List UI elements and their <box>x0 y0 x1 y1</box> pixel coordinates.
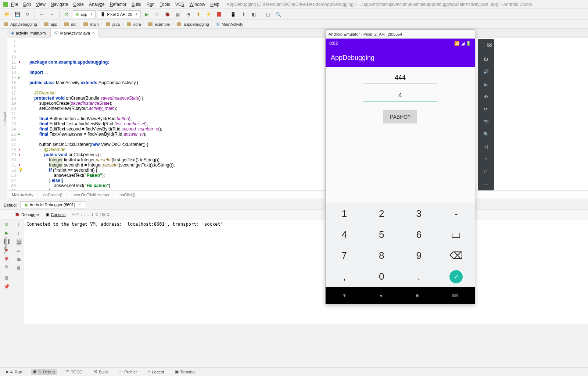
back-icon[interactable]: ← <box>38 10 46 18</box>
sdk-icon[interactable]: ⬇ <box>240 10 248 18</box>
camera-icon[interactable]: 📷 <box>483 119 489 124</box>
menu-navigate[interactable]: Navigate <box>51 2 68 7</box>
tool-build[interactable]: ⚒Build <box>92 369 110 375</box>
forward-icon[interactable]: → <box>48 10 56 18</box>
nav-back-icon[interactable]: ▼ <box>342 293 347 298</box>
tool-project[interactable]: 1: Project <box>3 112 7 126</box>
close-icon[interactable]: ✕ <box>92 31 95 35</box>
crumb[interactable]: src <box>71 22 76 26</box>
up-icon[interactable]: ↑ <box>17 222 20 227</box>
menu-file[interactable]: File <box>11 2 18 7</box>
nav-keyboard-icon[interactable]: ⌨ <box>452 293 458 298</box>
apply-code-icon[interactable]: ⚡ <box>205 10 213 18</box>
mute-breakpoints-icon[interactable]: ⊘ <box>4 264 8 269</box>
volume-down-icon[interactable]: 🔈 <box>483 82 489 87</box>
crumb[interactable]: AppDebugging <box>10 22 37 26</box>
key-minus[interactable]: - <box>455 208 458 219</box>
key-5[interactable]: 5 <box>379 229 384 240</box>
tool-logcat[interactable]: ≡Logcat <box>146 369 166 375</box>
run-config-combo[interactable]: ▣ app ▼ <box>73 10 96 18</box>
menu-analyze[interactable]: Analyze <box>89 2 105 7</box>
layout-inspector-icon[interactable]: ◫ <box>264 10 272 18</box>
sync-icon[interactable]: ↻ <box>24 10 32 18</box>
tool-terminal[interactable]: ▣Terminal <box>173 369 198 375</box>
crumb[interactable]: app <box>51 22 57 26</box>
menu-vcs[interactable]: VCS <box>175 2 184 7</box>
device-combo[interactable]: 📱 Pixel 2 API 28 ▼ <box>98 10 140 18</box>
menu-tools[interactable]: Tools <box>160 2 170 7</box>
key-9[interactable]: 9 <box>416 250 422 261</box>
down-icon[interactable]: ↓ <box>17 230 20 236</box>
menu-run[interactable]: Run <box>147 2 155 7</box>
open-icon[interactable]: 📂 <box>3 10 11 18</box>
menu-code[interactable]: Code <box>73 2 84 7</box>
print-icon[interactable]: 🖶 <box>16 257 21 262</box>
crumb[interactable]: appdebugging <box>183 22 209 26</box>
nav-home-icon[interactable]: ● <box>380 293 383 298</box>
power-icon[interactable]: ⏻ <box>484 57 488 62</box>
code-editor[interactable]: 1 2 3 10 11 12 13 14 15 16 17 18 19 20 2… <box>7 37 588 190</box>
profile-icon[interactable]: ◔ <box>184 10 192 18</box>
console-output[interactable]: Connected to the target VM, address: 'lo… <box>24 219 588 324</box>
crumb[interactable]: MainActivity <box>12 193 33 197</box>
filter-icon[interactable]: ▤ <box>16 239 22 246</box>
rotate-right-icon[interactable]: ⟳ <box>484 107 488 112</box>
key-space[interactable]: ⌴ <box>451 229 461 240</box>
resource-icon[interactable]: ◧ <box>250 10 258 18</box>
make-icon[interactable]: ⚒ <box>62 10 71 18</box>
avd-icon[interactable]: 📱 <box>229 10 237 18</box>
coverage-icon[interactable]: ▦ <box>174 10 182 18</box>
crumb[interactable]: main <box>90 22 99 26</box>
crumb[interactable]: onClick() <box>119 193 135 197</box>
menu-refactor[interactable]: Refactor <box>110 2 126 7</box>
menu-help[interactable]: Help <box>210 2 219 7</box>
first-number-input[interactable]: 444 <box>363 72 437 83</box>
overview-icon[interactable]: □ <box>484 169 487 174</box>
tab-activity-main-xml[interactable]: ◆ activity_main.xml <box>7 29 51 37</box>
close-icon[interactable]: ✕ <box>487 43 492 47</box>
tab-debugger[interactable]: 🐞Debugger <box>13 212 40 217</box>
crumb[interactable]: onCreate() <box>43 193 63 197</box>
attach-debugger-icon[interactable]: ⬍ <box>194 10 202 18</box>
key-2[interactable]: 2 <box>379 208 384 219</box>
wrap-icon[interactable]: ↩ <box>17 248 21 254</box>
crumb[interactable]: java <box>112 22 120 26</box>
run-icon[interactable]: ▶ <box>143 10 151 18</box>
home-icon[interactable]: ○ <box>484 157 487 162</box>
equals-button[interactable]: РАВНО? <box>383 110 417 123</box>
key-backspace[interactable]: ⌫ <box>449 250 463 261</box>
menu-view[interactable]: View <box>36 2 46 7</box>
key-1[interactable]: 1 <box>342 208 347 219</box>
crumb[interactable]: com <box>133 22 141 26</box>
key-6[interactable]: 6 <box>416 229 422 240</box>
menu-window[interactable]: Window <box>189 2 205 7</box>
tool-run[interactable]: ▶4: Run <box>4 369 24 375</box>
menu-edit[interactable]: Edit <box>23 2 31 7</box>
key-3[interactable]: 3 <box>416 208 422 219</box>
nav-recent-icon[interactable]: ■ <box>416 293 419 298</box>
tool-todo[interactable]: ☰TODO <box>64 369 85 375</box>
second-number-input[interactable]: 4 <box>363 90 437 101</box>
tool-profiler[interactable]: 〰Profiler <box>116 369 139 375</box>
tab-mainactivity-java[interactable]: Ⓒ MainActivity.java ✕ <box>51 29 99 37</box>
key-comma[interactable]: , <box>343 271 345 282</box>
apply-changes-icon[interactable]: ⟳ <box>153 10 161 18</box>
settings-icon[interactable]: ⚙ <box>4 275 9 281</box>
crumb[interactable]: example <box>155 22 170 26</box>
key-dot[interactable]: . <box>417 271 420 282</box>
more-icon[interactable]: ⋯ <box>484 182 488 187</box>
volume-up-icon[interactable]: 🔊 <box>483 69 489 74</box>
crumb[interactable]: new OnClickListener <box>72 193 110 197</box>
menu-build[interactable]: Build <box>132 2 141 7</box>
zoom-icon[interactable]: 🔍 <box>483 132 489 137</box>
key-7[interactable]: 7 <box>342 250 347 261</box>
debug-config[interactable]: Android Debugger (8601) <box>29 203 75 207</box>
stop-button[interactable] <box>215 10 223 18</box>
crumb[interactable]: MainActivity <box>222 22 243 26</box>
tool-structure[interactable]: 7: Structure <box>4 237 7 254</box>
tool-debug[interactable]: ⬢5: Debug <box>31 369 57 375</box>
rotate-left-icon[interactable]: ⟲ <box>484 94 488 99</box>
key-4[interactable]: 4 <box>342 229 347 240</box>
tab-console[interactable]: ▣Console <box>44 212 67 217</box>
view-breakpoints-icon[interactable]: ◉ <box>4 255 8 261</box>
